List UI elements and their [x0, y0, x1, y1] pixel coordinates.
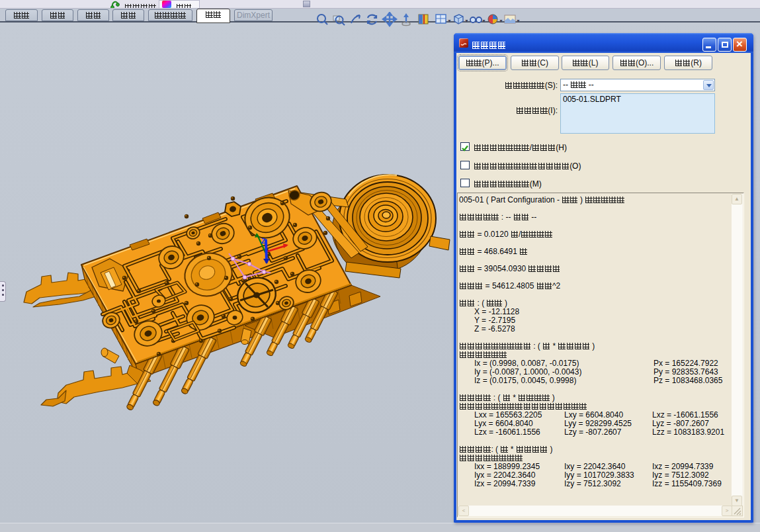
svg-text:▼: ▼ [464, 19, 469, 23]
svg-text:▼: ▼ [516, 19, 521, 23]
svg-text:▼: ▼ [499, 19, 503, 23]
svg-text:▼: ▼ [482, 19, 486, 23]
svg-text:▼: ▼ [447, 19, 452, 23]
svg-text:Z: Z [261, 238, 265, 245]
